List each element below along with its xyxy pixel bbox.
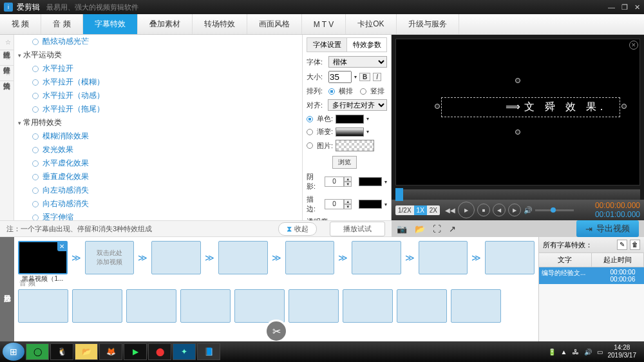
taskbar-app-3[interactable]: 📂 [75, 343, 98, 360]
video-slot[interactable] [352, 241, 401, 274]
italic-button[interactable]: I [373, 73, 381, 81]
audio-slot[interactable] [451, 289, 501, 323]
resize-handle-b[interactable] [515, 129, 520, 135]
audio-slot[interactable] [72, 289, 122, 323]
step-fwd-button[interactable]: ▶ [508, 204, 521, 216]
radio-solid[interactable] [307, 116, 313, 122]
radio-gradient[interactable] [307, 129, 313, 135]
tray-lang-icon[interactable]: ▭ [597, 348, 603, 356]
stroke-spin[interactable]: 0▲▼ [325, 199, 352, 209]
stop-button[interactable]: ■ [477, 204, 490, 216]
video-slot[interactable] [419, 241, 468, 274]
resize-handle-r[interactable] [621, 104, 627, 109]
shadow-color[interactable] [359, 177, 382, 186]
snapshot-icon[interactable]: 📷 [397, 224, 407, 234]
tree-item[interactable]: 向右动感消失 [14, 197, 302, 211]
subtitle-bounding-box[interactable]: ⟹文 舜 效 果. [441, 97, 620, 117]
tab-video[interactable]: 视 频 [0, 14, 41, 34]
transition-icon[interactable]: ≫ [338, 252, 348, 263]
tray-network-icon[interactable]: 🖧 [573, 348, 579, 356]
taskbar-app-2[interactable]: 🐧 [50, 343, 73, 360]
start-button[interactable]: ⊞ [3, 343, 24, 361]
transition-icon[interactable]: ≫ [205, 252, 214, 263]
audio-slot[interactable] [180, 289, 231, 323]
window-maximize-button[interactable]: ❐ [621, 3, 628, 12]
tab-overlay[interactable]: 叠加素材 [138, 14, 193, 34]
tab-upgrade[interactable]: 升级与服务 [397, 14, 459, 34]
transition-icon[interactable]: ≫ [272, 252, 281, 263]
audio-slot[interactable] [397, 289, 447, 323]
close-icon[interactable]: ✕ [629, 41, 638, 50]
solid-color-swatch[interactable] [336, 115, 364, 124]
radio-vertical[interactable] [360, 88, 366, 95]
fp-tab-params[interactable]: 特效参数 [347, 38, 386, 52]
tree-item[interactable]: 垂直虚化效果 [14, 170, 302, 184]
sidetab-disappear[interactable]: ☆消失特效 [0, 66, 14, 81]
sidetab-appear[interactable]: ☆出现特效 [0, 35, 14, 50]
fp-tab-font[interactable]: 字体设置 [307, 38, 347, 52]
preview-canvas[interactable]: ✕ ⟹文 舜 效 果. [395, 39, 640, 186]
step-back-button[interactable]: ◀ [493, 204, 506, 216]
taskbar-app-6[interactable]: ⬤ [148, 343, 171, 360]
tree-item[interactable]: 水平拉开 [14, 62, 302, 75]
taskbar-app-4[interactable]: 🦊 [99, 343, 122, 360]
play-button[interactable]: ▶ [458, 202, 475, 218]
window-minimize-button[interactable]: — [608, 3, 615, 12]
tab-audio[interactable]: 音 频 [41, 14, 82, 34]
timeline-main[interactable]: ✕ 黑幕视频（1... ≫ 双击此处添加视频 ≫ ≫ ≫ ≫ ≫ ≫ 音 频 [14, 237, 538, 341]
clip-remove-icon[interactable]: ✕ [57, 242, 66, 251]
audio-slot[interactable] [343, 289, 393, 323]
video-clip-1[interactable]: ✕ 黑幕视频（1... [18, 241, 68, 274]
export-button[interactable]: ⇥导出视频 [576, 220, 639, 237]
taskbar-app-5[interactable]: ▶ [124, 343, 147, 360]
prev-frame-icon[interactable]: ◀◀ [445, 207, 455, 214]
tree-item[interactable]: 逐字伸缩 [14, 211, 302, 220]
fxlist-row[interactable]: 编导的经验文... 00:00:0000:00:06 [539, 267, 644, 284]
volume-slider[interactable] [535, 209, 574, 211]
window-close-button[interactable]: ✕ [634, 3, 640, 12]
audio-slot[interactable] [126, 289, 176, 323]
tree-item[interactable]: 水平拉开（拖尾） [14, 102, 302, 116]
fullscreen-icon[interactable]: ⛶ [433, 224, 441, 234]
system-tray[interactable]: 🔋 ▲ 🖧 🔊 ▭ 14:282019/3/17 [548, 344, 641, 359]
browse-button[interactable]: 浏览 [332, 156, 357, 169]
size-input[interactable] [328, 71, 352, 83]
tab-style[interactable]: 画面风格 [247, 14, 302, 34]
effect-tree[interactable]: 酷炫动感光芒水平运动类水平拉开水平拉开（模糊）水平拉开（动感）水平拉开（拖尾）常… [14, 35, 303, 220]
audio-slot[interactable] [289, 289, 339, 323]
audio-slot[interactable] [18, 289, 68, 323]
transition-icon[interactable]: ≫ [405, 252, 415, 263]
transition-icon[interactable]: ≫ [71, 252, 81, 263]
taskbar-app-8[interactable]: 📘 [197, 343, 220, 360]
tree-category[interactable]: 水平运动类 [14, 48, 302, 62]
fxlist-edit-icon[interactable]: ✎ [617, 240, 627, 250]
tree-item[interactable]: 向左动感消失 [14, 184, 302, 197]
playtest-button[interactable]: 播放试试 [330, 222, 385, 236]
tray-battery-icon[interactable]: 🔋 [548, 348, 556, 356]
speed-toggle[interactable]: 1/2X 1X 2X [395, 205, 440, 215]
tree-item[interactable]: 水平拉开（模糊） [14, 75, 302, 89]
fxlist-delete-icon[interactable]: 🗑 [630, 240, 640, 250]
tree-item[interactable]: 发光效果 [14, 143, 302, 157]
tree-item[interactable]: 水平虚化效果 [14, 157, 302, 170]
scrub-handle[interactable] [395, 188, 403, 201]
share-icon[interactable]: ↗ [449, 224, 456, 234]
sidetab-stay[interactable]: ☆停留特效 [0, 50, 14, 66]
shadow-spin[interactable]: 0▲▼ [325, 176, 352, 187]
tab-subtitle-fx[interactable]: 字幕特效 [83, 14, 138, 34]
video-slot[interactable] [151, 241, 201, 274]
tab-mtv[interactable]: M T V [302, 14, 346, 34]
tree-category[interactable]: 常用特效类 [14, 116, 302, 129]
audio-slot[interactable] [234, 289, 285, 323]
gradient-swatch[interactable] [336, 128, 364, 137]
bold-button[interactable]: B [359, 73, 370, 81]
taskbar-clock[interactable]: 14:282019/3/17 [608, 344, 637, 359]
tree-item[interactable]: 模糊消除效果 [14, 129, 302, 143]
resize-handle-l[interactable] [435, 104, 440, 109]
transition-icon[interactable]: ≫ [471, 252, 481, 263]
video-slot[interactable] [218, 241, 268, 274]
video-slot[interactable] [485, 241, 535, 274]
align-select[interactable]: 多行时左对齐 [328, 99, 387, 111]
col-time[interactable]: 起止时间 [592, 253, 645, 267]
video-slot[interactable] [285, 241, 335, 274]
